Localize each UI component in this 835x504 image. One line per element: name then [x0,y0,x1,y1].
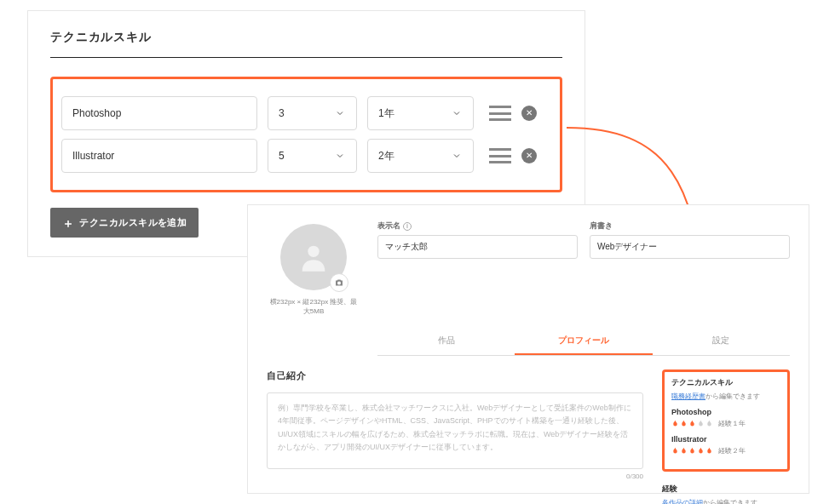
tech-skill-years: 経験２年 [718,446,746,455]
bio-counter: 0/300 [267,472,643,480]
skill-level-select[interactable]: 3 [268,96,357,130]
close-icon: ✕ [526,152,533,160]
skill-row: Illustrator 5 2年 ✕ [61,139,551,173]
display-name-label-text: 表示名 [377,220,400,232]
skill-level-value: 3 [279,107,285,119]
chevron-down-icon [451,107,463,119]
profile-body: 自己紹介 例）専門学校を卒業し、株式会社マッチワークスに入社。Webデザイナーと… [267,369,790,504]
editor-title: テクニカルスキル [50,30,562,45]
profile-side-column: テクニカルスキル 職務経歴書から編集できます Photoshop 経験１年 Il… [662,369,790,504]
tech-sub: 職務経歴書から編集できます [671,392,780,401]
divider [50,57,562,58]
preview-header: 横232px × 縦232px 推奨、最大5MB 表示名 i マッチ太郎 肩書き… [267,220,790,316]
close-icon: ✕ [526,109,533,117]
exp-heading: 経験 [662,484,790,495]
exp-sub-rest: から編集できます [703,499,757,504]
skill-row: Photoshop 3 1年 ✕ [61,96,551,130]
avatar-caption: 横232px × 縦232px 推奨、最大5MB [267,297,360,316]
skill-level-flames [671,446,713,455]
person-icon [297,240,331,274]
skill-years-value: 1年 [378,106,394,121]
tech-skill-row: 経験２年 [671,446,780,455]
skill-rows-highlight: Photoshop 3 1年 ✕ [50,77,562,192]
chevron-down-icon [334,107,346,119]
svg-point-0 [308,246,319,257]
exp-sub: 各作品の詳細から編集できます [662,498,790,504]
info-icon[interactable]: i [403,222,412,231]
tech-skill-name: Photoshop [671,408,780,416]
resume-link[interactable]: 職務経歴書 [671,392,705,400]
skill-name-value: Photoshop [72,107,121,119]
tech-skill-name: Illustrator [671,435,780,444]
profile-tabs: 作品 プロフィール 設定 [377,328,790,356]
skill-years-select[interactable]: 1年 [367,96,474,130]
tech-skill-years: 経験１年 [718,419,746,428]
display-name-value: マッチ太郎 [385,241,428,253]
remove-skill-button[interactable]: ✕ [521,148,537,163]
display-name-label: 表示名 i [377,220,578,232]
skill-level-value: 5 [279,150,285,162]
bio-column: 自己紹介 例）専門学校を卒業し、株式会社マッチワークスに入社。Webデザイナーと… [267,369,643,504]
add-skill-button[interactable]: ＋ テクニカルスキルを追加 [50,208,199,238]
drag-handle-icon[interactable] [489,148,511,163]
experience-block: 経験 各作品の詳細から編集できます [662,484,790,504]
work-detail-link[interactable]: 各作品の詳細 [662,499,703,504]
tech-skill-row: 経験１年 [671,419,780,428]
bio-textarea[interactable]: 例）専門学校を卒業し、株式会社マッチワークスに入社。Webデザイナーとして受託案… [267,392,643,469]
tech-skill-item: Photoshop 経験１年 [671,408,780,428]
skill-level-flames [671,419,713,428]
skill-level-select[interactable]: 5 [268,139,357,173]
plus-icon: ＋ [62,217,74,229]
name-fields: 表示名 i マッチ太郎 肩書き Webデザイナー [377,220,790,316]
display-name-input[interactable]: マッチ太郎 [377,235,578,259]
camera-icon[interactable] [330,273,348,292]
skill-name-value: Illustrator [72,150,114,162]
tab-settings[interactable]: 設定 [653,328,790,355]
profile-preview-card: 横232px × 縦232px 推奨、最大5MB 表示名 i マッチ太郎 肩書き… [247,204,809,494]
avatar-column: 横232px × 縦232px 推奨、最大5MB [267,220,360,316]
skill-years-select[interactable]: 2年 [367,139,474,173]
tech-heading: テクニカルスキル [671,377,780,388]
tech-sub-rest: から編集できます [705,392,760,400]
add-skill-label: テクニカルスキルを追加 [79,216,187,229]
tab-works[interactable]: 作品 [377,328,515,355]
remove-skill-button[interactable]: ✕ [521,106,537,121]
title-input[interactable]: Webデザイナー [590,235,790,259]
title-label: 肩書き [590,220,790,232]
skill-name-input[interactable]: Illustrator [61,139,257,173]
chevron-down-icon [451,150,463,162]
chevron-down-icon [334,150,346,162]
drag-handle-icon[interactable] [489,106,511,121]
technical-skill-preview-highlight: テクニカルスキル 職務経歴書から編集できます Photoshop 経験１年 Il… [662,369,790,472]
avatar[interactable] [280,224,347,290]
tech-skill-item: Illustrator 経験２年 [671,435,780,455]
skill-years-value: 2年 [378,149,394,163]
display-name-group: 表示名 i マッチ太郎 [377,220,578,316]
title-group: 肩書き Webデザイナー [590,220,790,316]
title-value: Webデザイナー [597,241,657,253]
skill-name-input[interactable]: Photoshop [61,96,257,130]
bio-heading: 自己紹介 [267,369,643,382]
tab-profile[interactable]: プロフィール [515,328,652,355]
